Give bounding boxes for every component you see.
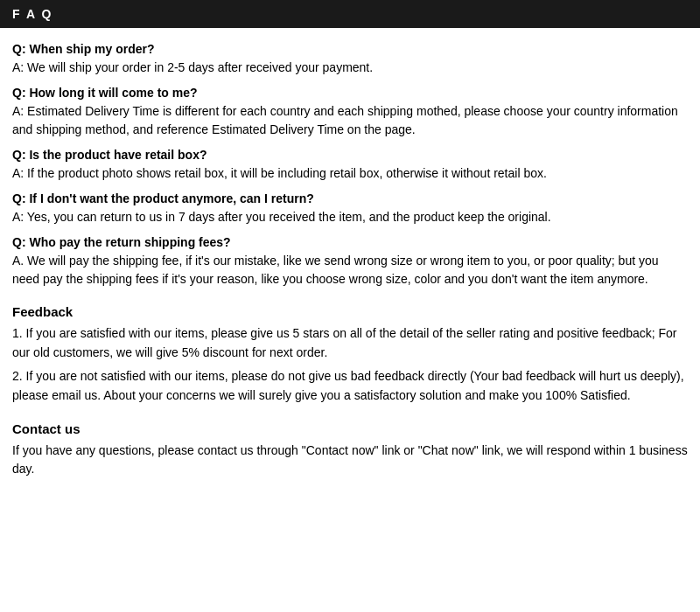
question-q5: Q: Who pay the return shipping fees? <box>12 235 688 249</box>
answer-q4: A: Yes, you can return to us in 7 days a… <box>12 208 688 226</box>
feedback-title: Feedback <box>12 304 688 319</box>
feedback-section: 1. If you are satisfied with our items, … <box>12 324 688 406</box>
question-q2: Q: How long it will come to me? <box>12 86 688 100</box>
question-q4: Q: If I don't want the product anymore, … <box>12 191 688 205</box>
feedback-item-2: 2. If you are not satisfied with our ite… <box>12 367 688 405</box>
answer-q5: A. We will pay the shipping fee, if it's… <box>12 252 688 289</box>
qa-block-q3: Q: Is the product have retail box?A: If … <box>12 148 688 183</box>
answer-q1: A: We will ship your order in 2-5 days a… <box>12 59 688 77</box>
main-content: Q: When ship my order?A: We will ship yo… <box>0 37 700 484</box>
answer-q2: A: Estimated Delivery Time is different … <box>12 102 688 139</box>
contact-text: If you have any questions, please contac… <box>12 442 688 479</box>
feedback-item-1: 1. If you are satisfied with our items, … <box>12 324 688 362</box>
contact-title: Contact us <box>12 421 688 436</box>
answer-q3: A: If the product photo shows retail box… <box>12 164 688 183</box>
faq-title: F A Q <box>12 7 52 21</box>
question-q1: Q: When ship my order? <box>12 42 688 56</box>
qa-block-q4: Q: If I don't want the product anymore, … <box>12 191 688 226</box>
faq-header: F A Q <box>0 0 700 28</box>
faq-section: Q: When ship my order?A: We will ship yo… <box>12 42 688 289</box>
question-q3: Q: Is the product have retail box? <box>12 148 688 162</box>
qa-block-q5: Q: Who pay the return shipping fees?A. W… <box>12 235 688 289</box>
qa-block-q2: Q: How long it will come to me?A: Estima… <box>12 86 688 139</box>
qa-block-q1: Q: When ship my order?A: We will ship yo… <box>12 42 688 77</box>
